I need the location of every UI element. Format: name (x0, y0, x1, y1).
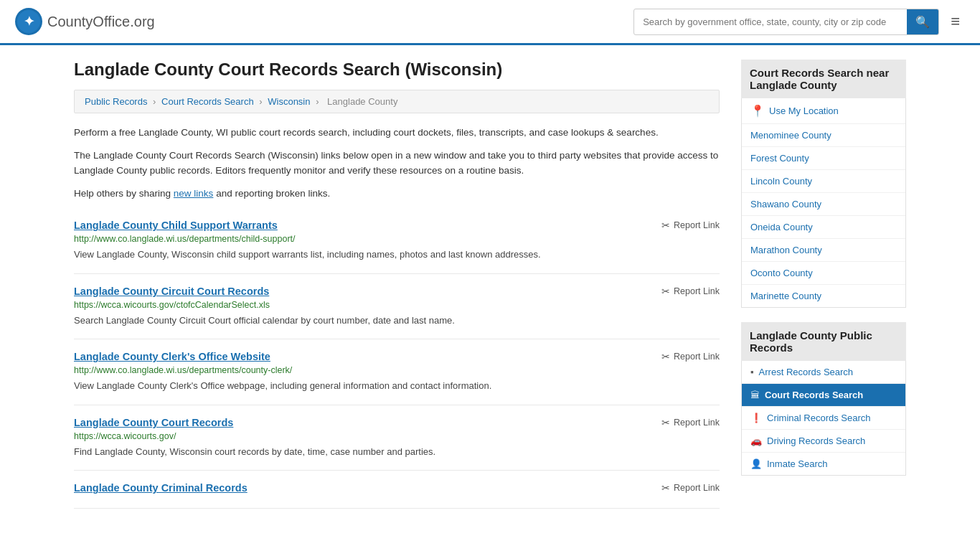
nearby-county-link[interactable]: Oneida County (750, 222, 813, 232)
record-type-icon: ▪ (750, 367, 754, 377)
menu-button[interactable]: ≡ (945, 9, 966, 34)
nearby-county-item[interactable]: Lincoln County (742, 170, 905, 193)
search-input[interactable] (634, 11, 907, 33)
record-desc: View Langlade County, Wisconsin child su… (74, 248, 720, 262)
breadcrumb: Public Records › Court Records Search › … (74, 90, 720, 113)
public-records-header: Langlade County Public Records (741, 322, 906, 361)
logo-suffix: .org (130, 14, 154, 29)
record-title[interactable]: Langlade County Child Support Warrants (74, 220, 278, 231)
logo-area: ✦ CountyOffice.org (14, 7, 155, 36)
public-records-section: Langlade County Public Records ▪ Arrest … (741, 322, 906, 476)
nearby-county-link[interactable]: Menominee County (750, 130, 831, 141)
nearby-county-link[interactable]: Forest County (750, 153, 809, 164)
search-button[interactable]: 🔍 (907, 9, 938, 34)
breadcrumb-court-records-search[interactable]: Court Records Search (161, 96, 254, 107)
scissors-icon: ✂ (661, 220, 670, 231)
record-url: https://wcca.wicourts.gov/ (74, 431, 720, 441)
scissors-icon: ✂ (661, 351, 670, 362)
nearby-county-link[interactable]: Marinette County (750, 291, 821, 301)
logo-icon: ✦ (14, 7, 43, 36)
record-desc: View Langlade County Clerk's Office webp… (74, 379, 720, 393)
search-area: 🔍 ≡ (633, 9, 966, 35)
content-area: Langlade County Court Records Search (Wi… (74, 60, 720, 509)
nearby-county-item[interactable]: Menominee County (742, 124, 905, 147)
nearby-county-item[interactable]: Oneida County (742, 216, 905, 239)
breadcrumb-wisconsin[interactable]: Wisconsin (268, 96, 310, 107)
record-item: Langlade County Circuit Court Records ✂ … (74, 274, 720, 340)
nearby-county-item[interactable]: Forest County (742, 147, 905, 170)
nearby-header: Court Records Search near Langlade Count… (741, 60, 906, 98)
nearby-county-link[interactable]: Oconto County (750, 268, 813, 278)
site-header: ✦ CountyOffice.org 🔍 ≡ (0, 0, 980, 45)
nearby-county-item[interactable]: Oconto County (742, 262, 905, 285)
nearby-list: 📍 Use My Location Menominee CountyForest… (741, 98, 906, 308)
description-2: The Langlade County Court Records Search… (74, 148, 720, 179)
breadcrumb-current: Langlade County (327, 96, 397, 107)
public-record-item[interactable]: 🚗 Driving Records Search (742, 430, 905, 453)
nearby-county-item[interactable]: Marathon County (742, 239, 905, 262)
public-record-item[interactable]: ▪ Arrest Records Search (742, 361, 905, 384)
public-record-item[interactable]: 🏛 Court Records Search (742, 384, 905, 407)
nearby-county-link[interactable]: Lincoln County (750, 176, 812, 187)
public-record-link[interactable]: Driving Records Search (767, 435, 865, 446)
description-1: Perform a free Langlade County, WI publi… (74, 125, 720, 141)
report-link[interactable]: ✂ Report Link (661, 286, 720, 297)
public-record-link[interactable]: Arrest Records Search (759, 367, 854, 377)
public-record-item[interactable]: ❗ Criminal Records Search (742, 407, 905, 430)
record-type-icon: 👤 (750, 458, 762, 469)
public-records-list: ▪ Arrest Records Search 🏛 Court Records … (741, 361, 906, 476)
record-title[interactable]: Langlade County Criminal Records (74, 482, 248, 494)
records-container: Langlade County Child Support Warrants ✂… (74, 208, 720, 509)
scissors-icon: ✂ (661, 286, 670, 297)
use-my-location-item[interactable]: 📍 Use My Location (742, 98, 905, 124)
breadcrumb-sep3: › (316, 96, 319, 107)
report-link[interactable]: ✂ Report Link (661, 482, 720, 494)
svg-text:✦: ✦ (24, 14, 34, 29)
report-link-text: Report Link (674, 220, 720, 230)
record-desc: Find Langlade County, Wisconsin court re… (74, 445, 720, 459)
record-item: Langlade County Criminal Records ✂ Repor… (74, 471, 720, 509)
public-record-link[interactable]: Criminal Records Search (767, 413, 871, 423)
location-icon: 📍 (750, 104, 765, 118)
record-title[interactable]: Langlade County Circuit Court Records (74, 286, 269, 297)
record-header: Langlade County Clerk's Office Website ✂… (74, 351, 720, 362)
nearby-section: Court Records Search near Langlade Count… (741, 60, 906, 308)
record-type-icon: 🚗 (750, 435, 762, 446)
report-link[interactable]: ✂ Report Link (661, 417, 720, 428)
use-my-location-link[interactable]: Use My Location (769, 105, 839, 116)
page-title: Langlade County Court Records Search (Wi… (74, 60, 720, 80)
breadcrumb-sep2: › (259, 96, 262, 107)
breadcrumb-sep1: › (153, 96, 156, 107)
public-record-item[interactable]: 👤 Inmate Search (742, 453, 905, 475)
record-title[interactable]: Langlade County Clerk's Office Website (74, 351, 270, 362)
report-link-text: Report Link (674, 352, 720, 362)
record-title[interactable]: Langlade County Court Records (74, 417, 233, 428)
record-url: http://www.co.langlade.wi.us/departments… (74, 234, 720, 244)
record-header: Langlade County Criminal Records ✂ Repor… (74, 482, 720, 494)
nearby-county-item[interactable]: Shawano County (742, 193, 905, 216)
record-header: Langlade County Circuit Court Records ✂ … (74, 286, 720, 297)
breadcrumb-public-records[interactable]: Public Records (85, 96, 147, 107)
nearby-county-link[interactable]: Marathon County (750, 245, 822, 255)
desc3b-text: and reporting broken links. (216, 188, 330, 199)
report-link[interactable]: ✂ Report Link (661, 220, 720, 231)
public-record-link[interactable]: Court Records Search (765, 390, 863, 400)
nearby-county-item[interactable]: Marinette County (742, 285, 905, 307)
record-item: Langlade County Court Records ✂ Report L… (74, 405, 720, 471)
record-header: Langlade County Court Records ✂ Report L… (74, 417, 720, 428)
desc3-text: Help others by sharing (74, 188, 171, 199)
scissors-icon: ✂ (661, 482, 670, 494)
scissors-icon: ✂ (661, 417, 670, 428)
public-record-link[interactable]: Inmate Search (767, 458, 828, 469)
record-type-icon: 🏛 (750, 390, 760, 400)
record-item: Langlade County Clerk's Office Website ✂… (74, 339, 720, 405)
record-header: Langlade County Child Support Warrants ✂… (74, 220, 720, 231)
nearby-county-link[interactable]: Shawano County (750, 199, 821, 209)
new-links-link[interactable]: new links (174, 188, 214, 199)
record-url: http://www.co.langlade.wi.us/departments… (74, 365, 720, 375)
sidebar: Court Records Search near Langlade Count… (741, 60, 906, 509)
main-container: Langlade County Court Records Search (Wi… (60, 45, 920, 523)
logo-name: CountyOffice (47, 14, 130, 29)
record-item: Langlade County Child Support Warrants ✂… (74, 208, 720, 274)
report-link[interactable]: ✂ Report Link (661, 351, 720, 362)
